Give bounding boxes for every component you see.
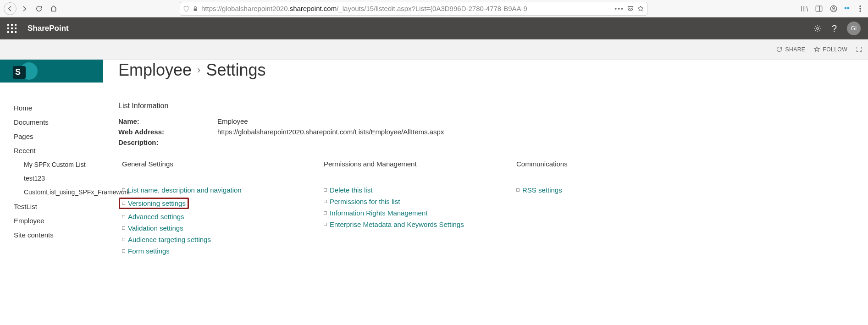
suite-title[interactable]: SharePoint (28, 24, 69, 33)
site-logo[interactable]: S (0, 60, 103, 83)
breadcrumb-page: Settings (206, 61, 265, 80)
svg-rect-0 (194, 8, 197, 11)
description-label: Description: (118, 138, 217, 146)
nav-documents[interactable]: Documents (14, 115, 118, 129)
bullet-icon (324, 211, 327, 215)
list-information-heading: List Information (118, 102, 862, 110)
avatar[interactable]: GI (847, 22, 861, 35)
general-settings-heading: General Settings (118, 160, 320, 168)
link-audience-targeting[interactable]: Audience targeting settings (128, 236, 211, 243)
breadcrumb: Employee › Settings (118, 61, 862, 80)
link-form-settings[interactable]: Form settings (128, 247, 170, 255)
url-text: https://globalsharepoint2020.sharepoint.… (201, 5, 612, 12)
svg-point-4 (860, 6, 861, 6)
sidebar-icon[interactable] (815, 5, 823, 13)
bullet-icon (122, 188, 125, 192)
permissions-heading: Permissions and Management (320, 160, 513, 168)
pocket-icon[interactable] (627, 5, 634, 12)
suite-bar: SharePoint ? GI (0, 17, 868, 39)
bullet-icon (122, 249, 125, 253)
home-button[interactable] (47, 2, 61, 16)
bullet-icon (122, 215, 125, 218)
link-permissions[interactable]: Permissions for this list (330, 198, 400, 205)
menu-icon[interactable] (856, 5, 864, 13)
breadcrumb-list[interactable]: Employee (118, 61, 192, 80)
svg-point-7 (817, 28, 819, 30)
svg-point-3 (833, 6, 835, 9)
nav-pages[interactable]: Pages (14, 129, 118, 143)
nav-recent-item[interactable]: test123 (24, 171, 118, 185)
bookmark-star-icon[interactable] (637, 5, 644, 12)
nav-testlist[interactable]: TestList (14, 199, 118, 214)
help-icon[interactable]: ? (832, 23, 837, 34)
bullet-icon (122, 202, 125, 205)
reload-button[interactable] (32, 2, 46, 16)
app-launcher-icon[interactable] (7, 24, 17, 33)
link-enterprise-metadata[interactable]: Enterprise Metadata and Keywords Setting… (330, 220, 464, 228)
link-rss-settings[interactable]: RSS settings (522, 186, 562, 194)
shield-icon (183, 6, 189, 12)
name-label: Name: (118, 117, 217, 125)
link-list-name-description[interactable]: List name, description and navigation (128, 186, 242, 194)
library-icon[interactable] (800, 5, 808, 13)
lock-icon (192, 6, 199, 12)
forward-button[interactable] (17, 2, 31, 16)
link-irm[interactable]: Information Rights Management (330, 209, 427, 217)
account-icon[interactable] (829, 5, 838, 13)
page-action-bar: SHARE FOLLOW (0, 39, 868, 60)
nav-recent-item[interactable]: My SPFx Custom List (24, 158, 118, 171)
bullet-icon (324, 223, 327, 226)
more-icon[interactable]: ••• (614, 5, 624, 12)
svg-rect-1 (816, 6, 822, 11)
nav-recent[interactable]: Recent (14, 143, 118, 158)
chevron-right-icon: › (197, 64, 200, 76)
bullet-icon (516, 188, 520, 192)
bullet-icon (122, 226, 125, 230)
bullet-icon (324, 188, 327, 192)
focus-button[interactable] (856, 46, 862, 53)
nav-employee[interactable]: Employee (14, 214, 118, 228)
link-versioning-settings[interactable]: Versioning settings (128, 199, 186, 207)
quick-launch-nav: Home Documents Pages Recent My SPFx Cust… (0, 101, 118, 242)
web-address-label: Web Address: (118, 128, 217, 136)
nav-home[interactable]: Home (14, 101, 118, 115)
share-button[interactable]: SHARE (776, 46, 805, 53)
browser-toolbar: https://globalsharepoint2020.sharepoint.… (0, 0, 868, 17)
follow-button[interactable]: FOLLOW (813, 46, 847, 53)
link-advanced-settings[interactable]: Advanced settings (128, 213, 184, 220)
svg-point-6 (860, 11, 861, 11)
name-value: Employee (217, 117, 248, 125)
address-bar[interactable]: https://globalsharepoint2020.sharepoint.… (180, 2, 647, 16)
gear-icon[interactable] (813, 24, 822, 33)
nav-site-contents[interactable]: Site contents (14, 228, 118, 242)
svg-point-5 (860, 8, 861, 9)
nav-recent-item[interactable]: CustomList_using_SPFx_Framework (24, 185, 111, 199)
bullet-icon (324, 200, 327, 203)
back-button[interactable] (4, 2, 17, 15)
link-validation-settings[interactable]: Validation settings (128, 224, 183, 232)
gift-icon[interactable]: ▪▪ (844, 4, 850, 13)
communications-heading: Communications (513, 160, 862, 168)
web-address-value[interactable]: https://globalsharepoint2020.sharepoint.… (217, 128, 444, 136)
highlight-box: Versioning settings (119, 198, 189, 209)
link-delete-list[interactable]: Delete this list (330, 186, 372, 194)
bullet-icon (122, 238, 125, 241)
